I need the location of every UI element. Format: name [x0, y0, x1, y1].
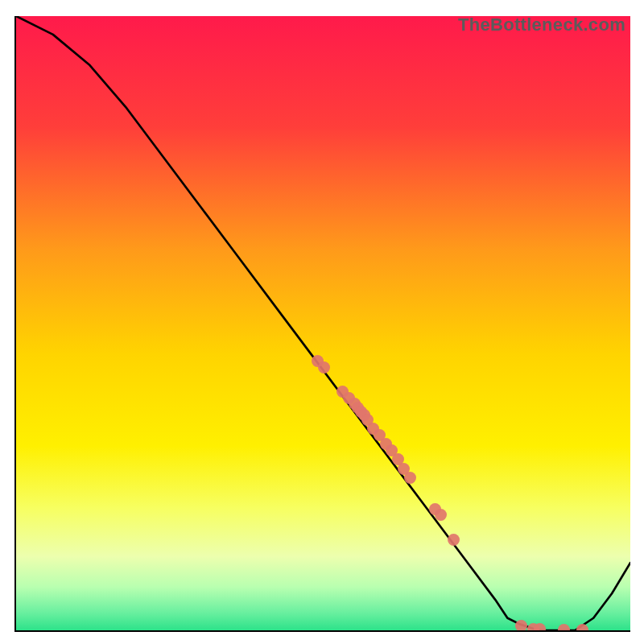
chart-container: { "watermark": "TheBottleneck.com", "col… — [0, 0, 644, 644]
data-point — [318, 361, 330, 374]
plot-area: TheBottleneck.com — [14, 16, 630, 632]
watermark-text: TheBottleneck.com — [458, 16, 625, 35]
data-point — [448, 534, 460, 546]
chart-line — [16, 16, 630, 630]
data-point — [534, 623, 546, 632]
data-point — [558, 624, 570, 632]
data-point — [515, 620, 527, 632]
data-point — [576, 624, 588, 632]
